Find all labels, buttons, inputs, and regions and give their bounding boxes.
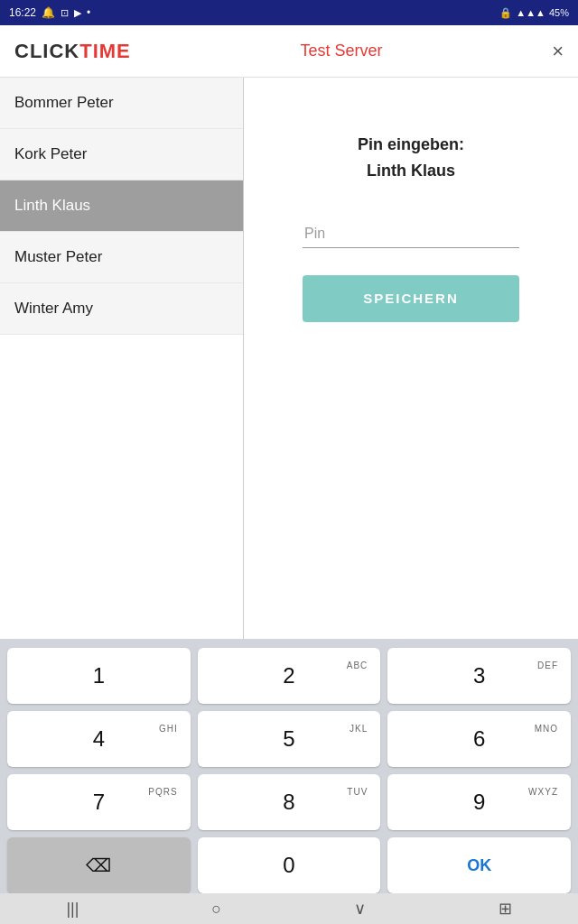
delete-icon: ⌫ [86,855,111,876]
key-2[interactable]: 2 ABC [198,648,381,704]
pin-input[interactable] [303,220,519,248]
lock-icon: 🔒 [499,7,512,19]
key-2-main: 2 [283,663,294,688]
key-2-sub: ABC [347,661,368,670]
key-6[interactable]: 6 MNO [387,711,571,767]
key-1-main: 1 [93,663,105,688]
status-bar: 16:22 🔔 ⊡ ▶ • 🔒 ▲▲▲ 45% [0,0,578,25]
key-7[interactable]: 7 PQRS [7,774,191,830]
user-item-linth[interactable]: Linth Klaus [0,180,243,232]
key-0[interactable]: 0 [198,837,381,893]
key-3[interactable]: 3 DEF [387,648,571,704]
key-6-sub: MNO [535,724,558,734]
key-6-main: 6 [473,726,485,752]
nav-menu-icon[interactable]: ||| [66,900,79,919]
ok-label: OK [467,856,491,875]
key-9-sub: WXYZ [528,787,558,797]
key-4-main: 4 [93,726,105,752]
key-7-sub: PQRS [148,787,177,797]
user-item-winter[interactable]: Winter Amy [0,283,243,335]
key-4-sub: GHI [159,724,178,734]
keyboard-grid: 1 2 ABC 3 DEF 4 GHI 5 JKL 6 MNO 7 PQRS 8 [7,648,571,893]
key-9[interactable]: 9 WXYZ [387,774,571,830]
pin-panel: Pin eingeben: Linth Klaus SPEICHERN [244,78,578,650]
nav-back-icon[interactable]: ∨ [354,899,366,919]
pin-username: Linth Klaus [358,158,464,184]
notification-icon: 🔔 [42,6,55,19]
nav-bar: ||| ○ ∨ ⊞ [0,893,578,924]
pin-prompt: Pin eingeben: [358,132,464,158]
key-0-main: 0 [283,853,294,878]
key-4[interactable]: 4 GHI [7,711,191,767]
key-5-sub: JKL [350,724,368,734]
main-content: Bommer Peter Kork Peter Linth Klaus Must… [0,78,578,650]
keyboard-area: 1 2 ABC 3 DEF 4 GHI 5 JKL 6 MNO 7 PQRS 8 [0,639,578,924]
user-item-bommer[interactable]: Bommer Peter [0,78,243,129]
key-3-main: 3 [473,663,485,688]
pin-input-wrapper [303,220,519,248]
key-3-sub: DEF [537,661,558,670]
time-display: 16:22 [9,6,36,19]
key-ok[interactable]: OK [387,837,571,893]
media-icon: ▶ [74,7,81,19]
key-1[interactable]: 1 [7,648,191,704]
battery-display: 45% [549,7,569,18]
status-icons: 🔒 ▲▲▲ 45% [499,7,569,19]
close-button[interactable]: × [552,42,564,61]
status-time: 16:22 🔔 ⊡ ▶ • [9,6,90,19]
logo-time: TIME [79,40,131,62]
app-logo: CLICKTIME [14,40,131,63]
key-delete[interactable]: ⌫ [7,837,191,893]
nav-home-icon[interactable]: ○ [211,900,221,919]
server-title: Test Server [300,42,382,60]
save-button[interactable]: SPEICHERN [303,275,519,322]
dot-icon: • [87,6,90,19]
key-5[interactable]: 5 JKL [198,711,381,767]
key-8[interactable]: 8 TUV [198,774,381,830]
user-item-kork[interactable]: Kork Peter [0,129,243,180]
pin-title: Pin eingeben: Linth Klaus [358,132,464,184]
screenshot-icon: ⊡ [61,7,69,19]
key-9-main: 9 [473,790,485,815]
key-8-main: 8 [283,790,294,815]
user-item-muster[interactable]: Muster Peter [0,232,243,283]
header: CLICKTIME Test Server × [0,25,578,78]
key-8-sub: TUV [347,787,368,797]
signal-icon: ▲▲▲ [516,7,545,18]
nav-apps-icon[interactable]: ⊞ [499,899,512,919]
key-5-main: 5 [283,726,294,752]
logo-click: CLICK [14,40,79,62]
user-list: Bommer Peter Kork Peter Linth Klaus Must… [0,78,244,650]
key-7-main: 7 [93,790,105,815]
